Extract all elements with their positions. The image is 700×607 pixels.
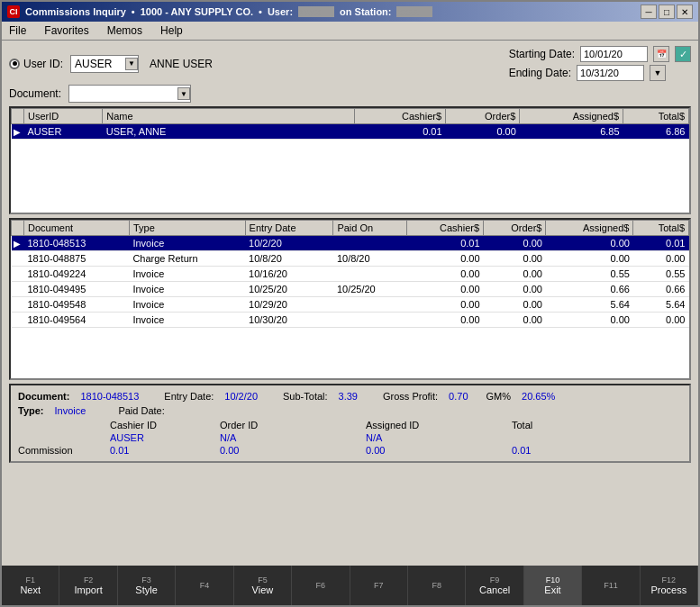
- close-button[interactable]: ✕: [677, 5, 693, 19]
- upper-table-row[interactable]: ▶ AUSER USER, ANNE 0.01 0.00 6.85 6.86: [12, 124, 689, 140]
- starting-date-confirm-btn[interactable]: ✓: [675, 46, 691, 62]
- menu-help[interactable]: Help: [157, 23, 186, 38]
- lower-col-type: Type: [129, 221, 245, 236]
- fn-key-f7[interactable]: F7: [350, 566, 408, 605]
- row-document: 1810-049564: [24, 313, 130, 328]
- starting-date-input[interactable]: [580, 46, 648, 62]
- sum-entry-value: 10/2/20: [224, 391, 258, 402]
- upper-col-order: Order$: [446, 109, 520, 124]
- row-assigned: 0.00: [546, 313, 633, 328]
- sum-gm-label: GM%: [486, 391, 512, 402]
- row-total: 0.01: [633, 236, 689, 251]
- company-code: 1000 - ANY SUPPLY CO.: [141, 6, 253, 17]
- row-total: 5.64: [633, 297, 689, 313]
- fn-num: F5: [258, 575, 268, 584]
- lower-table-row[interactable]: 1810-049548 Invoice 10/29/20 0.00 0.00 5…: [12, 297, 689, 313]
- row-total: 0.00: [633, 313, 689, 328]
- row-indicator: ▶: [12, 236, 24, 251]
- row-name: USER, ANNE: [103, 124, 355, 140]
- sum-commission-order: 0.00: [220, 445, 364, 456]
- lower-table-row[interactable]: 1810-049495 Invoice 10/25/20 10/25/20 0.…: [12, 282, 689, 297]
- fn-num: F3: [141, 575, 151, 584]
- fn-key-f10[interactable]: F10 Exit: [524, 566, 582, 605]
- userid-radio[interactable]: User ID:: [9, 58, 63, 70]
- fn-key-f4[interactable]: F4: [176, 566, 233, 605]
- summary-row-2: Type: Invoice Paid Date:: [18, 405, 682, 416]
- row-cashier: 0.00: [406, 313, 483, 328]
- row-order: 0.00: [446, 124, 520, 140]
- menu-memos[interactable]: Memos: [104, 23, 146, 38]
- row-entrydate: 10/25/20: [245, 282, 333, 297]
- fn-key-f8[interactable]: F8: [408, 566, 466, 605]
- sum-gm-value: 20.65%: [522, 391, 555, 402]
- lower-table-row[interactable]: ▶ 1810-048513 Invoice 10/2/20 0.01 0.00 …: [12, 236, 689, 251]
- minimize-button[interactable]: ─: [641, 5, 657, 19]
- starting-date-label: Starting Date:: [509, 48, 575, 60]
- station-label: on Station:: [340, 6, 391, 17]
- sum-total-header: Total: [512, 420, 602, 430]
- fn-key-f2[interactable]: F2 Import: [59, 566, 117, 605]
- row-assigned: 5.64: [546, 297, 633, 313]
- ending-date-dropdown-btn[interactable]: ▼: [650, 65, 666, 81]
- sum-commission-cashier: 0.01: [110, 445, 218, 456]
- row-document: 1810-049495: [24, 282, 130, 297]
- document-dropdown[interactable]: ▼: [68, 85, 191, 103]
- row-cashier: 0.01: [355, 124, 446, 140]
- user-dropdown[interactable]: AUSER ▼: [70, 55, 139, 73]
- lower-col-indicator: [12, 221, 24, 236]
- row-document: 1810-049224: [24, 267, 130, 282]
- row-assigned: 0.00: [546, 236, 633, 251]
- window-title: Commissions Inquiry: [25, 6, 126, 17]
- fn-key-f5[interactable]: F5 View: [234, 566, 292, 605]
- ending-date-row: Ending Date: ▼: [509, 65, 691, 81]
- fn-label: Next: [20, 584, 41, 595]
- row-order: 0.00: [484, 267, 546, 282]
- row-cashier: 0.01: [406, 236, 483, 251]
- row-paidon: [333, 313, 407, 328]
- function-bar: F1 Next F2 Import F3 Style F4 F5 View F6…: [2, 566, 698, 605]
- sum-cashier-id-header: Cashier ID: [110, 420, 218, 430]
- row-entrydate: 10/16/20: [245, 267, 333, 282]
- row-entrydate: 10/8/20: [245, 251, 333, 267]
- sum-spacer2: [18, 432, 108, 443]
- document-dropdown-arrow[interactable]: ▼: [177, 87, 190, 100]
- starting-date-calendar-btn[interactable]: 📅: [653, 46, 669, 62]
- lower-col-document: Document: [24, 221, 130, 236]
- user-dropdown-arrow[interactable]: ▼: [125, 58, 138, 70]
- menu-file[interactable]: File: [5, 23, 30, 38]
- row-paidon: 10/25/20: [333, 282, 407, 297]
- fn-num: F2: [84, 575, 94, 584]
- upper-col-assigned: Assigned$: [520, 109, 623, 124]
- upper-col-indicator: [12, 109, 24, 124]
- sum-gp-label: Gross Profit:: [383, 391, 438, 402]
- menu-favorites[interactable]: Favorites: [41, 23, 92, 38]
- date-section: Starting Date: 📅 ✓ Ending Date: ▼: [509, 46, 691, 81]
- fn-num: F7: [374, 581, 384, 590]
- row-cashier: 0.00: [406, 297, 483, 313]
- maximize-button[interactable]: □: [659, 5, 675, 19]
- lower-table-row[interactable]: 1810-049564 Invoice 10/30/20 0.00 0.00 0…: [12, 313, 689, 328]
- row-paidon: 10/8/20: [333, 251, 407, 267]
- fn-key-f6[interactable]: F6: [292, 566, 350, 605]
- fn-label: Import: [75, 584, 103, 595]
- fn-key-f12[interactable]: F12 Process: [641, 566, 698, 605]
- sum-type-value: Invoice: [55, 405, 86, 416]
- row-indicator: [12, 267, 24, 282]
- row-document: 1810-048875: [24, 251, 130, 267]
- fn-key-f1[interactable]: F1 Next: [2, 566, 59, 605]
- fn-key-f3[interactable]: F3 Style: [118, 566, 176, 605]
- sum-subtotal-value: 3.39: [339, 391, 358, 402]
- user-name-display: ANNE USER: [150, 58, 213, 70]
- document-label: Document:: [9, 87, 61, 100]
- sum-commission-assigned: 0.00: [366, 445, 510, 456]
- lower-table-row[interactable]: 1810-049224 Invoice 10/16/20 0.00 0.00 0…: [12, 267, 689, 282]
- upper-col-cashier: Cashier$: [355, 109, 446, 124]
- fn-key-f11[interactable]: F11: [582, 566, 640, 605]
- ending-date-input[interactable]: [577, 65, 644, 81]
- fn-key-f9[interactable]: F9 Cancel: [466, 566, 523, 605]
- fn-num: F11: [604, 581, 618, 590]
- lower-table-row[interactable]: 1810-048875 Charge Return 10/8/20 10/8/2…: [12, 251, 689, 267]
- row-indicator: [12, 297, 24, 313]
- user-label: User:: [268, 6, 293, 17]
- summary-row-1: Document: 1810-048513 Entry Date: 10/2/2…: [18, 391, 682, 402]
